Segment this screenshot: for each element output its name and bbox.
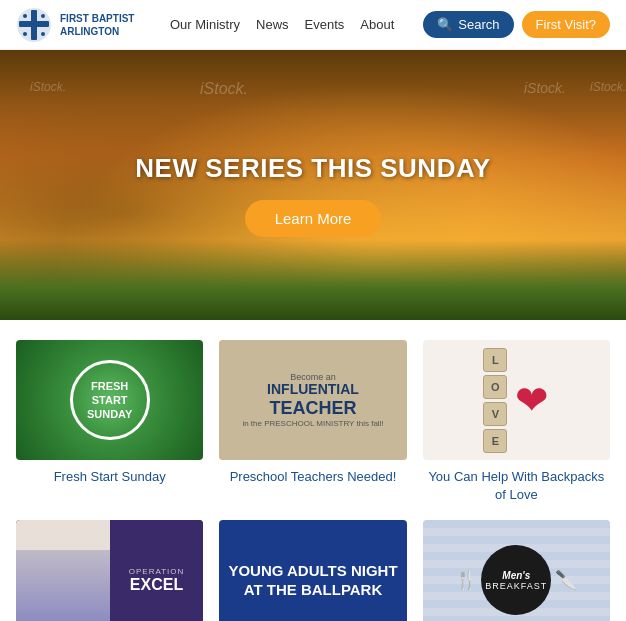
love-block-e: E xyxy=(483,429,507,453)
learn-more-button[interactable]: Learn More xyxy=(245,200,382,237)
card-operation-excel[interactable]: OPERATION EXCEL Sign Up To Help With Ope… xyxy=(16,520,203,621)
card-preschool-teachers[interactable]: Become an INFLUENTIAL TEACHER in the PRE… xyxy=(219,340,406,504)
love-content: L O V E ❤ xyxy=(483,348,549,453)
svg-point-4 xyxy=(41,14,45,18)
search-icon: 🔍 xyxy=(437,17,453,32)
search-button[interactable]: 🔍 Search xyxy=(423,11,513,38)
knife-icon: 🔪 xyxy=(555,569,577,591)
breakfast-label: BREAKFAST xyxy=(485,581,547,591)
young-adults-text: YOUNG ADULTS NIGHT AT THE BALLPARK xyxy=(227,561,398,600)
fresh-start-circle: FRESHSTARTSUNDAY xyxy=(70,360,150,440)
love-blocks: L O V E xyxy=(483,348,507,453)
logo-cross-icon xyxy=(16,7,52,43)
card-fresh-start-sunday[interactable]: FRESHSTARTSUNDAY Fresh Start Sunday xyxy=(16,340,203,504)
preschool-text: Become an INFLUENTIAL TEACHER in the PRE… xyxy=(238,368,387,431)
kids-silhouette xyxy=(16,550,119,621)
card-young-adults-image: YOUNG ADULTS NIGHT AT THE BALLPARK xyxy=(219,520,406,621)
mens-label: Men's xyxy=(502,570,530,581)
card-love-image: L O V E ❤ xyxy=(423,340,610,460)
cards-grid: FRESHSTARTSUNDAY Fresh Start Sunday Beco… xyxy=(16,340,610,621)
love-heart-icon: ❤ xyxy=(515,377,549,423)
operation-right-panel: OPERATION EXCEL xyxy=(110,520,204,621)
first-visit-button[interactable]: First Visit? xyxy=(522,11,610,38)
nav-events[interactable]: Events xyxy=(305,17,345,32)
love-block-v: V xyxy=(483,402,507,426)
hero-banner: iStock. iStock. iStock. iStock. NEW SERI… xyxy=(0,50,626,320)
hero-title: NEW SERIES THIS SUNDAY xyxy=(135,153,490,184)
svg-rect-2 xyxy=(19,21,49,27)
svg-point-5 xyxy=(23,32,27,36)
cards-section: FRESHSTARTSUNDAY Fresh Start Sunday Beco… xyxy=(0,320,626,621)
card-fresh-start-image: FRESHSTARTSUNDAY xyxy=(16,340,203,460)
nav-news[interactable]: News xyxy=(256,17,289,32)
card-mens-breakfast[interactable]: 🍴 Men's BREAKFAST 🔪 Men's Breakfast xyxy=(423,520,610,621)
logo[interactable]: FIRST BAPTIST ARLINGTON xyxy=(16,7,150,43)
card-preschool-image: Become an INFLUENTIAL TEACHER in the PRE… xyxy=(219,340,406,460)
operation-text: OPERATION EXCEL xyxy=(129,567,185,594)
card-backpacks-title: You Can Help With Backpacks of Love xyxy=(423,468,610,504)
card-operation-image: OPERATION EXCEL xyxy=(16,520,203,621)
card-backpacks-love[interactable]: L O V E ❤ You Can Help With Backpacks of… xyxy=(423,340,610,504)
card-fresh-start-title: Fresh Start Sunday xyxy=(54,468,166,486)
site-header: FIRST BAPTIST ARLINGTON Our Ministry New… xyxy=(0,0,626,50)
svg-point-3 xyxy=(23,14,27,18)
card-mens-image: 🍴 Men's BREAKFAST 🔪 xyxy=(423,520,610,621)
main-nav: Our Ministry News Events About xyxy=(170,17,423,32)
mens-circle: Men's BREAKFAST xyxy=(481,545,551,615)
operation-left-panel xyxy=(16,520,119,621)
logo-text: FIRST BAPTIST ARLINGTON xyxy=(60,12,150,38)
svg-point-6 xyxy=(41,32,45,36)
card-young-adults[interactable]: YOUNG ADULTS NIGHT AT THE BALLPARK Young… xyxy=(219,520,406,621)
mens-content: 🍴 Men's BREAKFAST 🔪 xyxy=(455,545,577,615)
love-block-o: O xyxy=(483,375,507,399)
love-block-l: L xyxy=(483,348,507,372)
hero-grass-decoration xyxy=(0,240,626,320)
fork-icon: 🍴 xyxy=(455,569,477,591)
card-preschool-title: Preschool Teachers Needed! xyxy=(230,468,397,486)
hero-content: NEW SERIES THIS SUNDAY Learn More xyxy=(135,153,490,237)
nav-our-ministry[interactable]: Our Ministry xyxy=(170,17,240,32)
header-buttons: 🔍 Search First Visit? xyxy=(423,11,610,38)
nav-about[interactable]: About xyxy=(360,17,394,32)
